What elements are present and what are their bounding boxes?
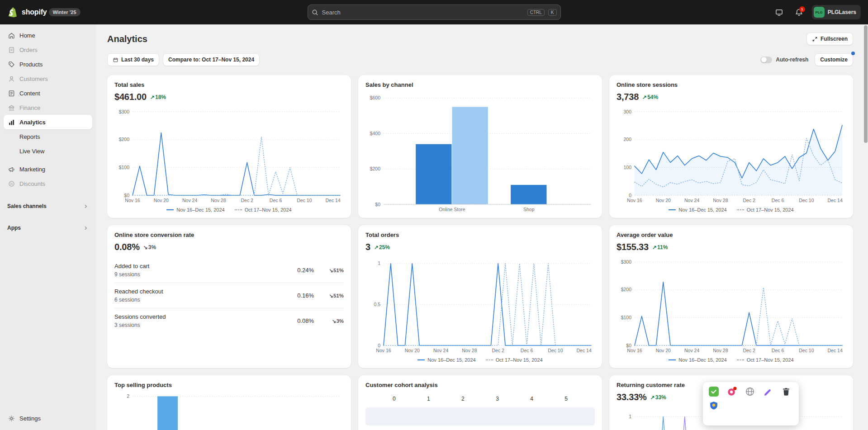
conversion-rate-card[interactable]: Online store conversion rate 0.08% ↘3% A… <box>107 225 351 368</box>
svg-text:Dec 10: Dec 10 <box>548 348 563 353</box>
sidebar-item-home[interactable]: Home <box>4 28 92 43</box>
funnel-label: Added to cart <box>114 263 273 269</box>
svg-text:2: 2 <box>127 393 129 399</box>
fullscreen-button[interactable]: Fullscreen <box>806 33 853 45</box>
funnel-delta: ↘51% <box>314 267 344 274</box>
svg-text:Dec 2: Dec 2 <box>743 198 756 203</box>
current-period-marker <box>669 359 676 360</box>
top-selling-chart: 21.5 <box>114 391 344 430</box>
notifications-button[interactable]: 1 <box>792 5 806 19</box>
sidebar-item-label: Customers <box>19 76 48 82</box>
search-input[interactable]: Search CTRL K <box>308 5 561 20</box>
season-badge: Winter '25 <box>49 8 81 16</box>
total-orders-card[interactable]: Total orders 3 ↗25% 10.50Nov 16Nov 20Nov… <box>358 225 602 368</box>
compare-period-marker <box>737 359 744 360</box>
sidebar-item-analytics[interactable]: Analytics <box>4 115 92 129</box>
average-order-value-card[interactable]: Average order value $155.33 ↗11% $300$20… <box>609 225 853 368</box>
compare-period-marker <box>486 359 493 360</box>
svg-text:1: 1 <box>629 414 631 419</box>
svg-text:Dec 2: Dec 2 <box>241 198 254 203</box>
shopify-logo[interactable]: shopify <box>7 6 47 18</box>
svg-text:Nov 24: Nov 24 <box>684 348 699 353</box>
card-title: Total orders <box>365 232 595 238</box>
svg-text:Dec 10: Dec 10 <box>799 348 814 353</box>
chart-legend: Nov 16–Dec 15, 2024 Oct 17–Nov 15, 2024 <box>617 354 846 364</box>
sidebar-item-discounts[interactable]: Discounts <box>4 176 92 191</box>
cohort-col: 0 <box>377 396 411 402</box>
online-store-sessions-card[interactable]: Online store sessions 3,738 ↗54% 3002001… <box>609 75 853 218</box>
svg-text:$300: $300 <box>119 109 130 114</box>
green-check-icon[interactable] <box>708 386 719 397</box>
svg-text:0: 0 <box>378 343 380 348</box>
toggle-switch <box>760 57 772 63</box>
sidebar-item-content[interactable]: Content <box>4 86 92 100</box>
sidebar-item-live-view[interactable]: Live View <box>4 144 92 158</box>
store-preview-button[interactable] <box>772 5 787 19</box>
cohort-col: 2 <box>446 396 480 402</box>
card-title: Top selling products <box>114 382 344 388</box>
svg-text:Nov 28: Nov 28 <box>462 348 477 353</box>
metric-value: $155.33 <box>617 242 649 252</box>
svg-text:Shop: Shop <box>523 207 535 212</box>
chart-legend: Nov 16–Dec 15, 2024 Oct 17–Nov 15, 2024 <box>365 354 595 364</box>
funnel-rate: 0.24% <box>273 267 314 274</box>
home-icon <box>7 31 15 39</box>
customize-button[interactable]: Customize <box>815 53 853 66</box>
svg-text:$300: $300 <box>621 259 632 265</box>
delta-badge: ↗54% <box>642 94 658 100</box>
page-scrollbar[interactable] <box>863 24 868 430</box>
sidebar-item-settings[interactable]: Settings <box>4 411 92 425</box>
scrollbar-thumb[interactable] <box>864 25 868 143</box>
pencil-icon[interactable] <box>763 386 773 397</box>
sidebar-item-label: Analytics <box>19 119 46 126</box>
sales-by-channel-card[interactable]: Sales by channel $600$400$200$0Online St… <box>358 75 602 218</box>
funnel-row-reached-checkout: Reached checkout 6 sessions 0.16% ↘51% <box>114 283 344 308</box>
svg-text:Nov 28: Nov 28 <box>211 198 226 203</box>
auto-refresh-toggle[interactable]: Auto-refresh <box>760 57 808 63</box>
shield-icon[interactable] <box>708 400 719 411</box>
sidebar-item-marketing[interactable]: Marketing <box>4 162 92 176</box>
calendar-icon <box>113 57 119 63</box>
svg-text:Nov 20: Nov 20 <box>656 348 671 353</box>
card-title: Online store conversion rate <box>114 232 344 238</box>
compare-to-button[interactable]: Compare to: Oct 17–Nov 15, 2024 <box>163 53 260 66</box>
sidebar-item-finance[interactable]: Finance <box>4 100 92 115</box>
svg-text:Dec 10: Dec 10 <box>799 198 814 203</box>
svg-text:Dec 14: Dec 14 <box>577 348 592 353</box>
svg-text:Nov 24: Nov 24 <box>182 198 197 203</box>
svg-text:Nov 20: Nov 20 <box>656 198 671 203</box>
svg-text:Dec 14: Dec 14 <box>326 198 341 203</box>
shopify-bag-icon <box>7 6 18 18</box>
date-range-button[interactable]: Last 30 days <box>107 53 159 66</box>
sidebar-item-label: Orders <box>19 47 38 53</box>
delta-badge: ↘3% <box>143 244 156 250</box>
orders-icon <box>7 46 15 54</box>
svg-text:$0: $0 <box>124 193 129 198</box>
globe-icon[interactable] <box>745 386 755 397</box>
funnel-delta: ↘51% <box>314 293 344 299</box>
notification-badge: 1 <box>799 6 805 12</box>
svg-text:Dec 14: Dec 14 <box>828 198 843 203</box>
metric-value: $461.00 <box>114 92 147 102</box>
customer-cohort-card[interactable]: Customer cohort analysis 0 1 2 3 4 5 <box>358 375 602 430</box>
sidebar-item-orders[interactable]: Orders <box>4 43 92 57</box>
trash-icon[interactable] <box>781 386 791 397</box>
cohort-col: 1 <box>411 396 446 402</box>
sidebar-item-reports[interactable]: Reports <box>4 129 92 144</box>
bank-icon <box>7 104 15 112</box>
sidebar-section-sales-channels[interactable]: Sales channels <box>4 200 92 213</box>
sidebar-item-customers[interactable]: Customers <box>4 71 92 86</box>
svg-text:1: 1 <box>378 260 380 266</box>
sidebar-item-products[interactable]: Products <box>4 57 92 71</box>
pin-badge-icon[interactable] <box>726 386 737 397</box>
account-name: PLGLasers <box>828 9 856 15</box>
top-selling-products-card[interactable]: Top selling products 21.5 <box>107 375 351 430</box>
total-sales-card[interactable]: Total sales $461.00 ↗18% $300$200$100$0N… <box>107 75 351 218</box>
sidebar-section-apps[interactable]: Apps <box>4 222 92 234</box>
metric-value: 3 <box>365 242 370 252</box>
sidebar-item-label: Products <box>19 61 43 68</box>
expand-icon <box>812 36 818 42</box>
account-menu[interactable]: PLG PLGLasers <box>812 5 861 19</box>
funnel-sessions: 9 sessions <box>114 271 273 278</box>
svg-text:Dec 6: Dec 6 <box>521 348 533 353</box>
